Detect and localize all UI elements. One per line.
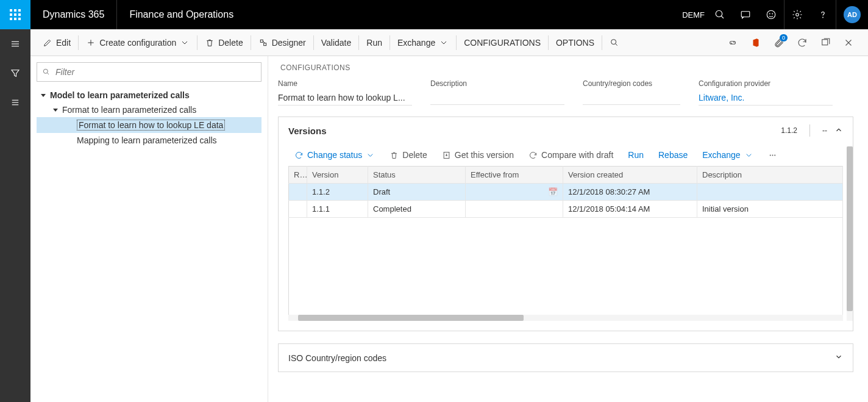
attachments-count: 0 <box>780 34 788 41</box>
filter-icon <box>10 68 21 79</box>
filter-box[interactable] <box>37 62 261 82</box>
field-label: Name <box>278 79 412 88</box>
caret-down-icon <box>40 92 46 98</box>
detail-pane: CONFIGURATIONS Name Format to learn how … <box>268 56 868 402</box>
filter-input[interactable] <box>55 67 256 77</box>
col-description[interactable]: Description <box>697 167 843 184</box>
office-button[interactable] <box>746 33 766 52</box>
version-exchange-button[interactable]: Exchange <box>696 148 759 162</box>
feedback-button[interactable] <box>758 0 784 29</box>
field-value[interactable] <box>583 90 680 105</box>
col-status[interactable]: Status <box>368 167 466 184</box>
card-vertical-scrollbar[interactable] <box>847 146 853 321</box>
company-code[interactable]: DEMF <box>675 0 707 29</box>
col-select[interactable]: R... <box>289 167 307 184</box>
cell-effective[interactable] <box>466 201 563 218</box>
office-icon <box>750 37 761 48</box>
nav-menu-button[interactable] <box>0 29 30 59</box>
col-effective[interactable]: Effective from <box>466 167 563 184</box>
search-icon <box>42 68 51 76</box>
trash-icon <box>390 151 399 160</box>
pencil-icon <box>43 38 52 48</box>
version-run-button[interactable]: Run <box>622 148 650 162</box>
svg-point-30 <box>772 154 773 156</box>
cell-description[interactable] <box>697 184 843 201</box>
field-value[interactable] <box>430 90 564 105</box>
cell-effective[interactable]: 📅 <box>466 184 563 201</box>
field-name: Name Format to learn how to lookup L... <box>278 79 412 106</box>
top-bar: Dynamics 365 Finance and Operations DEMF… <box>0 0 868 29</box>
search-button[interactable] <box>707 0 733 29</box>
card-header[interactable]: ISO Country/region codes <box>279 344 853 371</box>
delete-button[interactable]: Delete <box>197 29 250 56</box>
action-bar: Edit Create configuration Delete Designe… <box>30 29 868 56</box>
configurations-tab[interactable]: CONFIGURATIONS <box>457 29 548 56</box>
filter-pane-button[interactable] <box>0 59 30 88</box>
tree-leaf-selected[interactable]: Format to learn how to lookup LE data <box>37 117 261 133</box>
svg-line-20 <box>616 43 617 45</box>
field-value[interactable]: Format to learn how to lookup L... <box>278 90 412 106</box>
version-delete-button[interactable]: Delete <box>383 148 433 162</box>
table-row[interactable]: 1.1.1 Completed 12/1/2018 05:04:14 AM In… <box>289 201 843 218</box>
edit-button[interactable]: Edit <box>35 29 78 56</box>
calendar-icon[interactable]: 📅 <box>548 187 558 196</box>
expand-toggle[interactable] <box>834 353 843 363</box>
popout-icon <box>820 37 831 48</box>
grid-horizontal-scrollbar[interactable] <box>288 315 843 321</box>
more-actions-button[interactable] <box>762 148 783 162</box>
exchange-button[interactable]: Exchange <box>390 29 456 56</box>
app-launcher-button[interactable] <box>0 0 30 29</box>
provider-link[interactable]: Litware, Inc. <box>699 90 833 106</box>
list-pane-button[interactable] <box>0 88 30 117</box>
compare-button[interactable]: Compare with draft <box>522 148 619 162</box>
user-avatar[interactable]: AD <box>836 0 868 29</box>
options-tab[interactable]: OPTIONS <box>549 29 602 56</box>
version-run-label: Run <box>628 150 644 160</box>
svg-point-4 <box>769 13 770 14</box>
col-created[interactable]: Version created <box>563 167 697 184</box>
attachments-button[interactable]: 0 <box>769 33 789 52</box>
configuration-tree: Model to learn parameterized calls Forma… <box>37 88 261 148</box>
caret-down-icon <box>52 107 59 113</box>
header-fields: Name Format to learn how to lookup L... … <box>278 79 853 106</box>
tree-child[interactable]: Format to learn parameterized calls <box>37 102 261 117</box>
popout-button[interactable] <box>816 33 835 52</box>
field-provider: Configuration provider Litware, Inc. <box>699 79 833 106</box>
cell-version[interactable]: 1.1.2 <box>307 184 368 201</box>
svg-marker-26 <box>41 94 46 97</box>
col-version[interactable]: Version <box>307 167 368 184</box>
change-status-button[interactable]: Change status <box>288 148 381 162</box>
card-header[interactable]: Versions 1.1.2 -- <box>279 117 853 144</box>
cycle-icon <box>294 151 304 160</box>
validate-button[interactable]: Validate <box>314 29 359 56</box>
messages-button[interactable] <box>733 0 758 29</box>
tree-root[interactable]: Model to learn parameterized calls <box>37 88 261 102</box>
chevron-down-icon <box>744 151 753 160</box>
rebase-button[interactable]: Rebase <box>652 148 694 162</box>
table-row[interactable]: 1.1.2 Draft 📅 12/1/2018 08:30:27 AM <box>289 184 843 201</box>
link-icon-button[interactable] <box>723 33 742 52</box>
cell-created[interactable]: 12/1/2018 08:30:27 AM <box>563 184 697 201</box>
close-button[interactable] <box>839 33 858 52</box>
get-version-button[interactable]: Get this version <box>436 148 520 162</box>
run-button[interactable]: Run <box>359 29 390 56</box>
refresh-button[interactable] <box>792 33 812 52</box>
card-title: Versions <box>288 126 327 136</box>
svg-rect-17 <box>263 43 266 45</box>
cell-created[interactable]: 12/1/2018 05:04:14 AM <box>563 201 697 218</box>
collapse-toggle[interactable] <box>834 126 843 136</box>
cell-status[interactable]: Completed <box>368 201 466 218</box>
tree-leaf[interactable]: Mapping to learn parameterized calls <box>37 133 261 148</box>
module-label: Finance and Operations <box>117 9 246 20</box>
cell-description[interactable]: Initial version <box>697 201 843 218</box>
cell-version[interactable]: 1.1.1 <box>307 201 368 218</box>
help-button[interactable] <box>810 0 836 29</box>
settings-button[interactable] <box>784 0 810 29</box>
create-configuration-button[interactable]: Create configuration <box>79 29 197 56</box>
svg-point-31 <box>774 154 775 156</box>
designer-button[interactable]: Designer <box>251 29 313 56</box>
get-version-label: Get this version <box>455 150 514 160</box>
chevron-down-icon <box>180 38 190 48</box>
action-search-button[interactable] <box>602 29 627 56</box>
cell-status[interactable]: Draft <box>368 184 466 201</box>
